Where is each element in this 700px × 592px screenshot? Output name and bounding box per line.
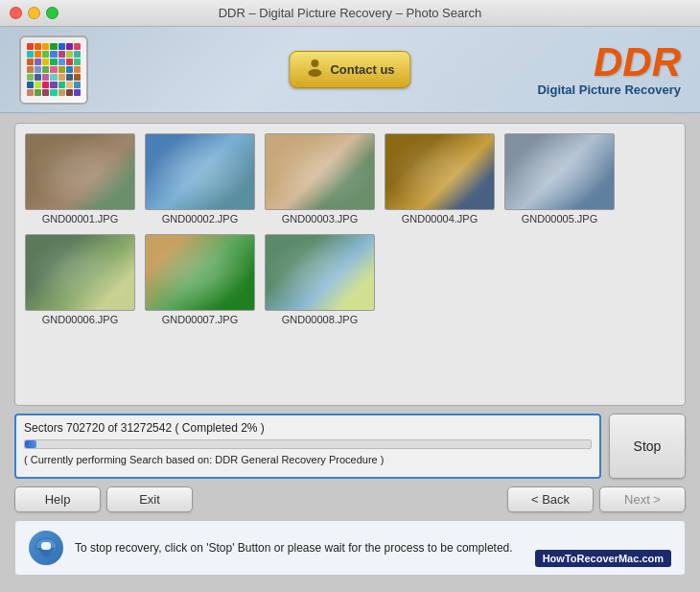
info-icon [29, 531, 63, 565]
progress-bar-background [24, 439, 592, 449]
titlebar-buttons [10, 7, 58, 19]
titlebar: DDR – Digital Picture Recovery – Photo S… [0, 0, 700, 27]
list-item: GND00002.JPG [145, 133, 255, 225]
progress-area: Sectors 702720 of 31272542 ( Completed 2… [14, 414, 686, 479]
photo-filename: GND00008.JPG [282, 314, 358, 325]
photo-filename: GND00007.JPG [162, 314, 238, 325]
svg-point-1 [308, 69, 321, 77]
list-item: GND00007.JPG [145, 234, 255, 325]
stop-button[interactable]: Stop [609, 414, 686, 479]
exit-button[interactable]: Exit [106, 486, 193, 512]
main-content: GND00001.JPGGND00002.JPGGND00003.JPGGND0… [0, 113, 700, 585]
list-item: GND00006.JPG [25, 234, 135, 325]
photo-thumbnail[interactable] [25, 234, 135, 311]
progress-bar-fill [25, 440, 36, 448]
maximize-button[interactable] [46, 7, 58, 19]
svg-point-0 [311, 59, 318, 67]
progress-box: Sectors 702720 of 31272542 ( Completed 2… [14, 414, 601, 479]
photo-thumbnail[interactable] [265, 133, 375, 210]
list-item: GND00003.JPG [265, 133, 375, 225]
photo-thumbnail[interactable] [385, 133, 495, 210]
contact-label: Contact us [330, 62, 394, 77]
list-item: GND00004.JPG [385, 133, 495, 225]
watermark: HowToRecoverMac.com [535, 550, 671, 567]
photo-filename: GND00006.JPG [42, 314, 118, 325]
header: Contact us DDR Digital Picture Recovery [0, 27, 700, 113]
help-button[interactable]: Help [14, 486, 101, 512]
photo-thumbnail[interactable] [504, 133, 615, 210]
photo-filename: GND00002.JPG [162, 213, 238, 225]
brand-ddr: DDR [537, 42, 681, 83]
logo-box [19, 36, 88, 105]
photo-filename: GND00005.JPG [522, 213, 597, 225]
photo-thumbnail[interactable] [25, 133, 135, 210]
photo-filename: GND00003.JPG [282, 213, 358, 225]
photo-thumbnail[interactable] [145, 133, 255, 210]
logo-mosaic [27, 43, 81, 97]
info-bar: To stop recovery, click on 'Stop' Button… [14, 520, 686, 576]
minimize-button[interactable] [28, 7, 40, 19]
person-icon [305, 58, 324, 82]
close-button[interactable] [10, 7, 22, 19]
brand-subtitle: Digital Picture Recovery [537, 83, 681, 97]
back-button[interactable]: < Back [507, 486, 594, 512]
photo-filename: GND00001.JPG [42, 213, 118, 225]
window-title: DDR – Digital Picture Recovery – Photo S… [219, 6, 482, 20]
brand-area: DDR Digital Picture Recovery [537, 42, 681, 97]
list-item: GND00005.JPG [504, 133, 615, 225]
list-item: GND00008.JPG [265, 234, 375, 325]
photo-thumbnail[interactable] [265, 234, 375, 311]
bottom-buttons: Help Exit < Back Next > [14, 486, 686, 512]
next-button[interactable]: Next > [599, 486, 686, 512]
list-item: GND00001.JPG [25, 133, 135, 225]
svg-rect-3 [41, 542, 51, 550]
photo-filename: GND00004.JPG [402, 213, 478, 225]
progress-status: ( Currently performing Search based on: … [24, 454, 592, 465]
photo-grid[interactable]: GND00001.JPGGND00002.JPGGND00003.JPGGND0… [14, 123, 686, 406]
photo-thumbnail[interactable] [145, 234, 255, 311]
sectors-text: Sectors 702720 of 31272542 ( Completed 2… [24, 421, 592, 435]
contact-button[interactable]: Contact us [289, 51, 410, 88]
